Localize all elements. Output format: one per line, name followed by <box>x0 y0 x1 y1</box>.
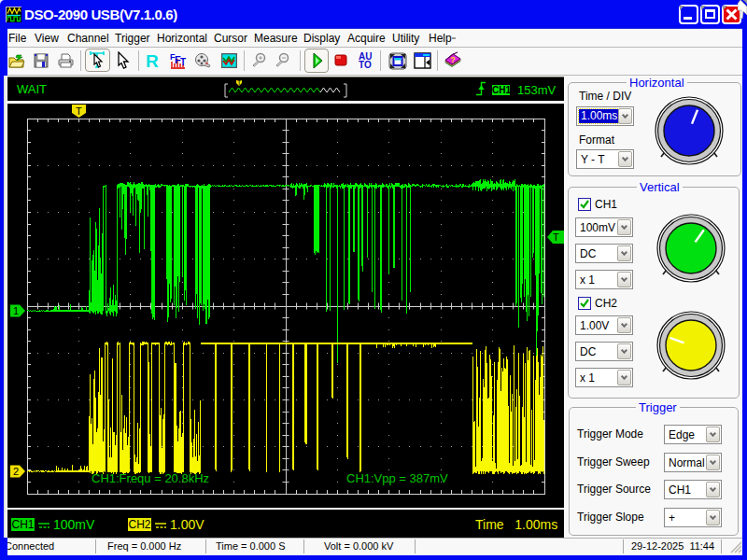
svg-text:T: T <box>180 57 186 67</box>
svg-text:CH1:Vpp = 387mV: CH1:Vpp = 387mV <box>346 471 448 485</box>
svg-text:T: T <box>237 79 242 86</box>
svg-text:2: 2 <box>13 466 19 477</box>
svg-text:?: ? <box>451 55 456 64</box>
svg-text:CH1:Frequ = 20.8kHz: CH1:Frequ = 20.8kHz <box>92 471 209 485</box>
svg-text:T: T <box>76 105 82 117</box>
svg-text:T: T <box>553 231 559 243</box>
svg-text:1: 1 <box>13 305 19 316</box>
